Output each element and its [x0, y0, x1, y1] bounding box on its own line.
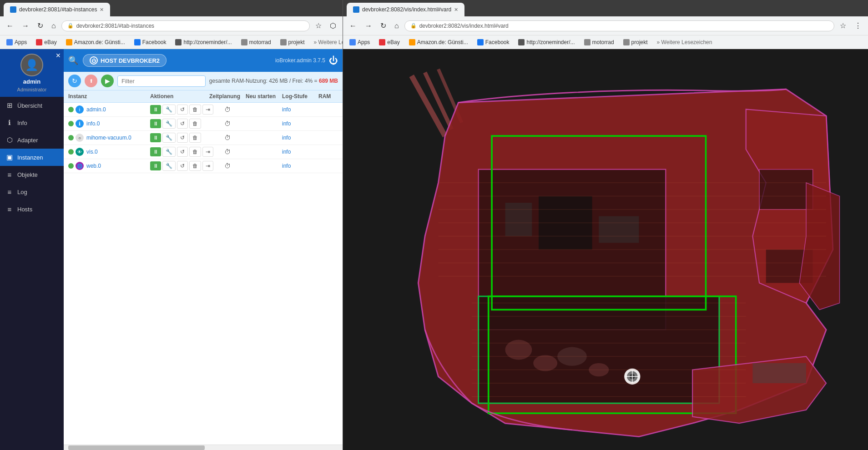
- right-bookmark-facebook[interactable]: Facebook: [474, 38, 512, 46]
- left-toolbar: ← → ↻ ⌂ 🔒 devbroker2:8081/#tab-instances…: [0, 16, 343, 35]
- sidebar-item-log[interactable]: ≡ Log: [0, 183, 64, 200]
- right-address-bar[interactable]: 🔒 devbroker2:8082/vis/index.html#vard: [404, 20, 834, 31]
- tab-close-btn[interactable]: ✕: [100, 7, 104, 13]
- bookmark-motorrad[interactable]: motorrad: [238, 38, 274, 46]
- right-bookmark-zoneminder[interactable]: http://zoneminder/...: [515, 38, 577, 46]
- right-bookmark-facebook-label: Facebook: [485, 39, 510, 45]
- header-search-icon[interactable]: 🔍: [68, 55, 78, 65]
- amazon-favicon: [66, 39, 72, 45]
- left-address-text: devbroker2:8081/#tab-instances: [76, 23, 154, 29]
- web-clock-icon[interactable]: ⏱: [224, 162, 231, 170]
- forward-btn[interactable]: →: [19, 20, 32, 32]
- info-delete-btn[interactable]: 🗑: [189, 119, 201, 129]
- mihome-wrench-btn[interactable]: 🔧: [162, 133, 176, 143]
- admin-wrench-btn[interactable]: 🔧: [162, 105, 176, 115]
- home-btn[interactable]: ⌂: [49, 20, 59, 32]
- admin-loglevel[interactable]: info: [282, 106, 318, 113]
- bookmark-projekt[interactable]: projekt: [278, 38, 308, 46]
- left-address-bar[interactable]: 🔒 devbroker2:8081/#tab-instances: [61, 20, 310, 31]
- mihome-loglevel[interactable]: info: [282, 135, 318, 141]
- col-header-instanz: Instanz: [68, 93, 150, 100]
- right-bookmark-projekt[interactable]: projekt: [621, 38, 651, 46]
- scrollbar-thumb[interactable]: [68, 445, 205, 450]
- host-badge-text: HOST DEVBROKER2: [101, 57, 160, 64]
- sidebar-item-hosts[interactable]: ≡ Hosts: [0, 200, 64, 218]
- sidebar-item-adapter[interactable]: ⬡ Adapter: [0, 131, 64, 149]
- info-refresh-btn[interactable]: ↺: [177, 119, 188, 129]
- right-reload-btn[interactable]: ↻: [378, 20, 389, 32]
- info-loglevel[interactable]: info: [282, 120, 318, 127]
- right-bookmark-motorrad[interactable]: motorrad: [581, 38, 617, 46]
- vis-clock-icon[interactable]: ⏱: [224, 148, 231, 155]
- filter-input[interactable]: [117, 75, 206, 87]
- bookmark-zoneminder[interactable]: http://zoneminder/...: [172, 38, 234, 46]
- bookmark-apps[interactable]: Apps: [4, 38, 30, 46]
- mihome-pause-btn[interactable]: ⏸: [150, 133, 161, 142]
- vis-link[interactable]: vis.0: [86, 149, 150, 155]
- right-back-btn[interactable]: ←: [347, 20, 359, 32]
- admin-clock-icon[interactable]: ⏱: [224, 106, 231, 113]
- left-active-tab[interactable]: devbroker2:8081/#tab-instances ✕: [4, 3, 110, 16]
- admin-refresh-btn[interactable]: ↺: [177, 105, 188, 115]
- right-toolbar: ← → ↻ ⌂ 🔒 devbroker2:8082/vis/index.html…: [343, 16, 868, 35]
- ram-label: gesamte RAM-Nutzung: 426 MB / Frei: 4% =: [209, 78, 319, 84]
- back-btn[interactable]: ←: [4, 20, 16, 32]
- right-bookmark-more[interactable]: » Weitere Lesezeichen: [654, 38, 715, 46]
- admin-delete-btn[interactable]: 🗑: [189, 105, 201, 115]
- sidebar-item-info[interactable]: ℹ Info: [0, 114, 64, 131]
- admin-link[interactable]: admin.0: [86, 106, 150, 113]
- sidebar-close-btn[interactable]: ✕: [56, 52, 61, 59]
- mihome-delete-btn[interactable]: 🗑: [189, 133, 201, 143]
- web-wrench-btn[interactable]: 🔧: [162, 161, 176, 171]
- host-badge-icon: ⏻: [90, 56, 98, 65]
- right-menu-btn[interactable]: ⋮: [852, 20, 864, 32]
- mihome-refresh-btn[interactable]: ↺: [177, 133, 188, 143]
- power-icon[interactable]: ⏻: [329, 55, 338, 66]
- info-wrench-btn[interactable]: 🔧: [162, 119, 176, 129]
- update-btn[interactable]: ⬆: [85, 75, 97, 87]
- vis-pause-btn[interactable]: ⏸: [150, 147, 161, 156]
- right-star-btn[interactable]: ☆: [837, 20, 849, 32]
- right-bookmark-ebay[interactable]: eBay: [376, 38, 402, 46]
- instanz-info: ℹ info.0: [68, 120, 150, 128]
- overview-icon: ⊞: [5, 101, 14, 110]
- sidebar-item-ubersicht[interactable]: ⊞ Übersicht: [0, 97, 64, 114]
- bookmark-amazon[interactable]: Amazon.de: Günsti...: [63, 38, 128, 46]
- bookmark-facebook[interactable]: Facebook: [131, 38, 169, 46]
- mihome-clock-icon[interactable]: ⏱: [224, 134, 231, 141]
- reload-btn[interactable]: ↻: [35, 20, 46, 32]
- right-active-tab[interactable]: devbroker2:8082/vis/index.html#vard ✕: [347, 3, 464, 16]
- info-clock-icon[interactable]: ⏱: [224, 120, 231, 127]
- web-loglevel[interactable]: info: [282, 163, 318, 169]
- right-bookmark-amazon[interactable]: Amazon.de: Günsti...: [406, 38, 471, 46]
- right-home-btn[interactable]: ⌂: [392, 20, 402, 32]
- table-row: ℹ info.0 ⏸ 🔧 ↺ 🗑 ⏱ info: [64, 117, 343, 131]
- web-link[interactable]: web.0: [86, 163, 150, 169]
- info-link[interactable]: info.0: [86, 120, 150, 127]
- vis-wrench-btn[interactable]: 🔧: [162, 147, 176, 157]
- sidebar-item-objekte[interactable]: ≡ Objekte: [0, 166, 64, 183]
- sidebar-header: ✕ 👤 admin Administrator: [0, 49, 64, 97]
- vis-delete-btn[interactable]: 🗑: [189, 147, 201, 157]
- bookmark-ebay[interactable]: eBay: [33, 38, 59, 46]
- extensions-btn[interactable]: ⬡: [327, 20, 339, 32]
- bottom-scrollbar[interactable]: [64, 445, 343, 450]
- vis-refresh-btn[interactable]: ↺: [177, 147, 188, 157]
- web-delete-btn[interactable]: 🗑: [189, 161, 201, 171]
- bookmark-more[interactable]: » Weitere Lesezeichen: [311, 38, 343, 46]
- right-bookmark-apps[interactable]: Apps: [347, 38, 373, 46]
- right-forward-btn[interactable]: →: [362, 20, 375, 32]
- right-bookmark-ebay-label: eBay: [387, 39, 399, 45]
- vis-canvas[interactable]: [343, 49, 868, 450]
- info-pause-btn[interactable]: ⏸: [150, 119, 161, 128]
- mihome-link[interactable]: mihome-vacuum.0: [86, 135, 150, 141]
- refresh-all-btn[interactable]: ↻: [68, 75, 81, 87]
- sidebar-item-instanzen[interactable]: ▣ Instanzen: [0, 149, 64, 166]
- admin-pause-btn[interactable]: ⏸: [150, 105, 161, 114]
- vis-loglevel[interactable]: info: [282, 149, 318, 155]
- play-btn[interactable]: ▶: [101, 75, 114, 87]
- star-btn[interactable]: ☆: [313, 20, 324, 32]
- web-refresh-btn[interactable]: ↺: [177, 161, 188, 171]
- right-tab-close-btn[interactable]: ✕: [454, 7, 458, 13]
- web-pause-btn[interactable]: ⏸: [150, 161, 161, 170]
